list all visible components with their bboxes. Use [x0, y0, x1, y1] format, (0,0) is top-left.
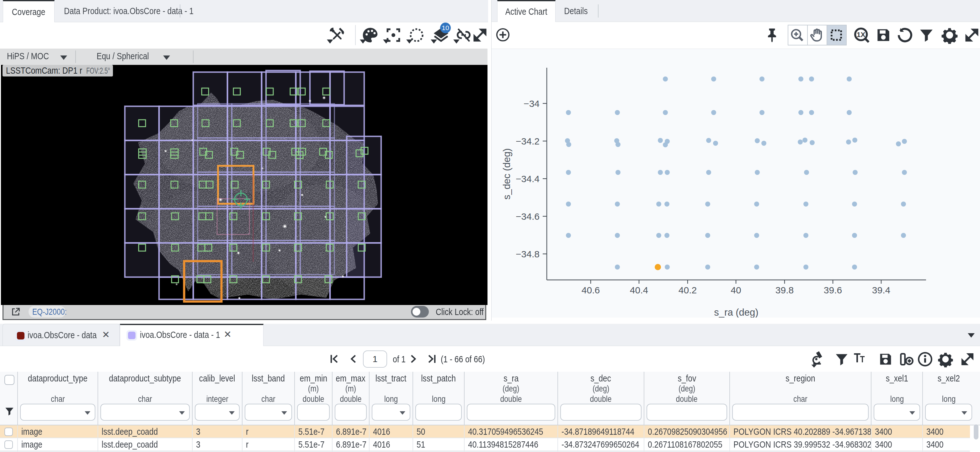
- svg-text:−34.2: −34.2: [516, 136, 539, 146]
- svg-text:40: 40: [730, 285, 741, 295]
- svg-text:−34.6: −34.6: [516, 211, 539, 222]
- svg-text:40.4: 40.4: [630, 285, 648, 295]
- svg-text:LSSTComCam: DP1 r: LSSTComCam: DP1 r: [6, 65, 82, 76]
- svg-text:−34.8: −34.8: [516, 249, 539, 259]
- svg-text:−34.4: −34.4: [516, 174, 539, 184]
- svg-text:s_ra (deg): s_ra (deg): [714, 307, 758, 317]
- svg-text:−34: −34: [523, 98, 539, 109]
- svg-text:40.6: 40.6: [582, 285, 600, 295]
- svg-text:39.4: 39.4: [872, 285, 890, 295]
- svg-text:1X: 1X: [857, 31, 865, 38]
- svg-text:40.2: 40.2: [679, 285, 697, 295]
- svg-text:FOV:2.5°: FOV:2.5°: [86, 66, 110, 76]
- svg-text:s_dec (deg): s_dec (deg): [501, 148, 512, 200]
- svg-text:39.8: 39.8: [775, 285, 794, 295]
- svg-text:39.6: 39.6: [824, 285, 842, 295]
